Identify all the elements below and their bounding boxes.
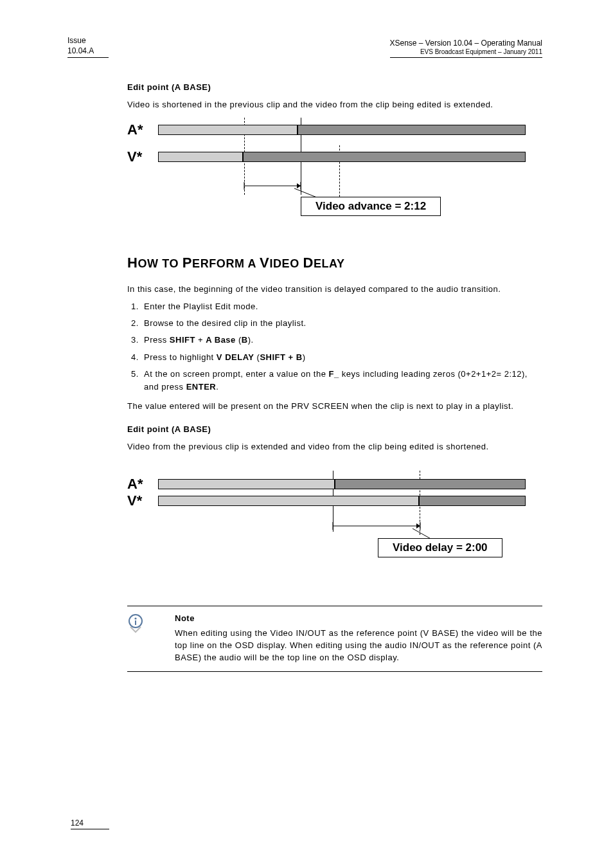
svg-point-11 xyxy=(134,617,136,619)
s3-mid: + xyxy=(195,335,206,345)
diagram-video-delay: A* V* Video delay = 2:00 xyxy=(127,471,526,574)
header-doc-title: XSense – Version 10.04 – Operating Manua… xyxy=(390,39,543,48)
page-header: Issue 10.04.A XSense – Version 10.04 – O… xyxy=(67,36,542,58)
page: Issue 10.04.A XSense – Version 10.04 – O… xyxy=(0,0,613,868)
note-icon xyxy=(127,613,145,664)
s5-pre: At the on screen prompt, enter a value o… xyxy=(144,369,329,379)
s4-b2: SHIFT + B xyxy=(260,352,302,362)
s3-pre: Press xyxy=(144,335,170,345)
h2-p3b: IDEO xyxy=(269,257,303,270)
diagram1-row-a: A* xyxy=(127,122,526,138)
diagram2-row-v: V* xyxy=(127,493,526,509)
diagram1-v-seg1 xyxy=(158,152,243,162)
step-2: Browse to the desired clip in the playli… xyxy=(141,317,542,330)
s3-post1: ( xyxy=(236,335,242,345)
diagram1-v-seg2 xyxy=(243,152,526,162)
diagram1-a-seg2 xyxy=(298,125,526,135)
diagram2-a-label: A* xyxy=(127,476,149,493)
s4-b1: V DELAY xyxy=(217,352,254,362)
diagram1-v-label: V* xyxy=(127,149,149,165)
s3-b3: B xyxy=(242,335,248,345)
diagram2-v-track xyxy=(158,496,526,506)
diagram1-a-track xyxy=(158,125,526,135)
note-body: Note When editing using the Video IN/OUT… xyxy=(175,613,542,664)
h2-p2a: P xyxy=(182,255,192,271)
h2-p4b: ELAY xyxy=(314,257,345,270)
note-label: Note xyxy=(175,613,542,625)
diagram2-callout: Video delay = 2:00 xyxy=(378,538,502,557)
page-number: 124 xyxy=(71,818,109,829)
note-block: Note When editing using the Video IN/OUT… xyxy=(127,606,542,672)
diagram1-a-label: A* xyxy=(127,122,149,138)
header-right: XSense – Version 10.04 – Operating Manua… xyxy=(390,39,543,59)
svg-rect-12 xyxy=(135,620,136,625)
section2-intro: In this case, the beginning of the video… xyxy=(127,283,542,296)
diagram2-a-seg1 xyxy=(158,479,335,489)
diagram2-v-seg2 xyxy=(419,496,526,506)
svg-marker-3 xyxy=(297,183,301,188)
step-5: At the on screen prompt, enter a value o… xyxy=(141,368,542,393)
s3-post2: ). xyxy=(248,335,254,345)
step-1: Enter the Playlist Edit mode. xyxy=(141,300,542,313)
section1-text: Video is shortened in the previous clip … xyxy=(127,98,542,111)
h2-p1b: OW TO xyxy=(138,257,182,270)
section2-heading: HOW TO PERFORM A VIDEO DELAY xyxy=(127,255,542,271)
note-text: When editing using the Video IN/OUT as t… xyxy=(175,628,542,662)
diagram2-row-a: A* xyxy=(127,476,526,493)
section3-text: Video from the previous clip is extended… xyxy=(127,440,542,453)
diagram1-row-v: V* xyxy=(127,149,526,165)
s3-b2: A Base xyxy=(206,335,236,345)
s5-post: . xyxy=(216,382,218,392)
diagram2-a-seg2 xyxy=(335,479,526,489)
content-area: Edit point (A BASE) Video is shortened i… xyxy=(127,82,542,672)
header-doc-sub: EVS Broadcast Equipment – January 2011 xyxy=(420,48,542,55)
diagram1-v-track xyxy=(158,152,526,162)
diagram1-arrow xyxy=(243,181,346,199)
header-issue: Issue 10.04.A xyxy=(67,36,109,58)
diagram1-callout: Video advance = 2:12 xyxy=(301,197,441,216)
h2-p2b: ERFORM A xyxy=(192,257,260,270)
h2-p3a: V xyxy=(260,255,269,271)
header-issue-line2: 10.04.A xyxy=(67,46,94,55)
step-4: Press to highlight V DELAY (SHIFT + B) xyxy=(141,351,542,364)
s4-p2: ) xyxy=(303,352,306,362)
diagram2-a-track xyxy=(158,479,526,489)
s5-b2: ENTER xyxy=(186,382,217,392)
diagram1-a-seg1 xyxy=(158,125,298,135)
step-3: Press SHIFT + A Base (B). xyxy=(141,334,542,347)
diagram2-v-seg1 xyxy=(158,496,419,506)
svg-marker-8 xyxy=(416,523,420,529)
section2-after: The value entered will be present on the… xyxy=(127,400,542,413)
s3-b1: SHIFT xyxy=(170,335,195,345)
section1-heading: Edit point (A BASE) xyxy=(127,82,542,92)
s4-pre: Press to highlight xyxy=(144,352,217,362)
s5-b1: F_ xyxy=(329,369,339,379)
h2-p4a: D xyxy=(303,255,314,271)
h2-p1a: H xyxy=(127,255,138,271)
steps-list: Enter the Playlist Edit mode. Browse to … xyxy=(127,300,542,393)
diagram2-v-label: V* xyxy=(127,493,149,509)
diagram-video-advance: A* V* Video adva xyxy=(127,116,526,229)
section3-heading: Edit point (A BASE) xyxy=(127,424,542,434)
header-issue-line1: Issue xyxy=(67,36,86,45)
